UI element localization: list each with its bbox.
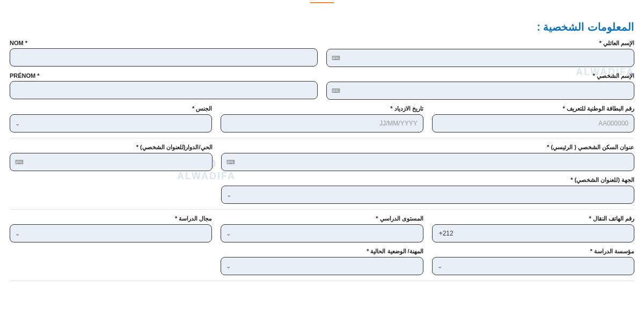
- gender-select[interactable]: [10, 114, 212, 133]
- nom-label: NOM *: [10, 40, 318, 46]
- birth-date-label: تاريخ الازدياد *: [221, 105, 423, 112]
- address-main-input[interactable]: [221, 153, 634, 171]
- mobile-input[interactable]: [432, 224, 634, 242]
- study-level-select[interactable]: [221, 224, 423, 242]
- birth-date-input[interactable]: [221, 114, 423, 133]
- national-id-label: رقم البطاقة الوطنية للتعريف *: [432, 105, 634, 112]
- neighborhood-input[interactable]: [10, 153, 213, 171]
- given-name-input[interactable]: [326, 82, 634, 100]
- family-name-label: الإسم العائلي *: [326, 40, 634, 47]
- given-name-label: الإسم الشخصي *: [326, 72, 634, 79]
- region-select[interactable]: [221, 186, 634, 204]
- neighborhood-label: الحي/الدوار(للعنوان الشخصي) *: [10, 144, 213, 151]
- field-of-study-label: مجال الدراسة *: [10, 215, 212, 222]
- gender-label: الجنس *: [10, 105, 212, 112]
- divider: [10, 209, 634, 210]
- institution-select[interactable]: [432, 257, 634, 275]
- tab-indicator: [310, 2, 334, 3]
- prenom-label: PRÉNOM *: [10, 72, 318, 79]
- nom-input[interactable]: [10, 48, 318, 67]
- section-title: المعلومات الشخصية :: [10, 20, 634, 33]
- family-name-input[interactable]: [326, 49, 634, 67]
- study-level-label: المستوى الدراسي *: [221, 215, 423, 222]
- institution-label: مؤسسة الدراسة *: [432, 248, 634, 255]
- divider: [10, 281, 634, 281]
- profession-label: المهنة/ الوضعية الحالية *: [221, 248, 423, 255]
- profession-select[interactable]: [221, 257, 423, 275]
- address-main-label: عنوان السكن الشخصي ( الرئيسي) *: [221, 144, 634, 151]
- region-label: الجهة (للعنوان الشخصي) *: [221, 176, 634, 183]
- divider: [10, 138, 634, 138]
- mobile-label: رقم الهاتف النقال *: [432, 215, 634, 222]
- national-id-input[interactable]: [432, 114, 634, 133]
- prenom-input[interactable]: [10, 81, 318, 99]
- field-of-study-select[interactable]: [10, 224, 212, 242]
